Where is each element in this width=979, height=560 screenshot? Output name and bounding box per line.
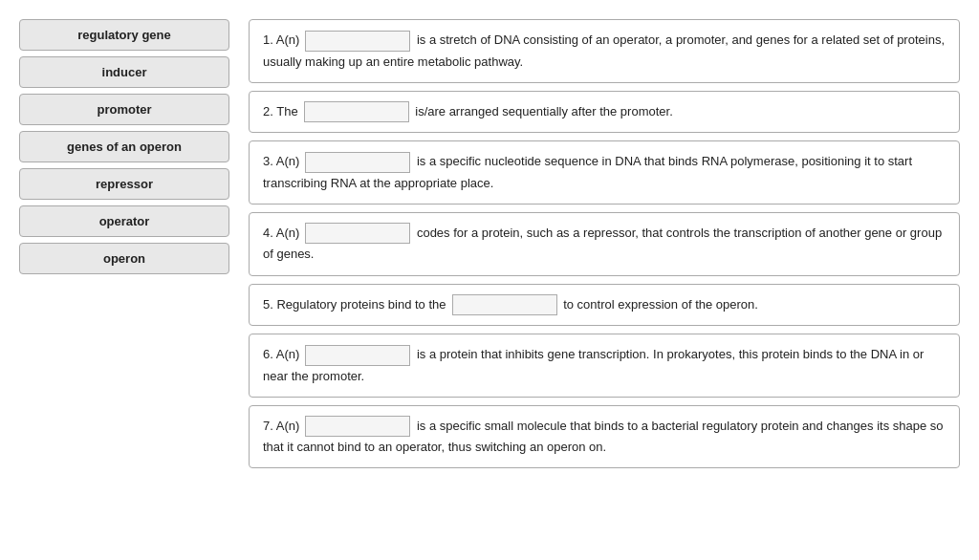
word-bank-item-regulatory-gene[interactable]: regulatory gene: [19, 19, 229, 51]
main-container: regulatory geneinducerpromotergenes of a…: [19, 19, 960, 468]
question-box-q6: 6. A(n) is a protein that inhibits gene …: [249, 334, 960, 398]
answer-input-q2[interactable]: [304, 101, 409, 122]
question-box-q2: 2. The is/are arranged sequentially afte…: [249, 91, 960, 134]
answer-input-q7[interactable]: [305, 416, 410, 437]
question-box-q4: 4. A(n) codes for a protein, such as a r…: [249, 212, 960, 276]
question-suffix-q2: is/are arranged sequentially after the p…: [412, 104, 673, 118]
answer-input-q3[interactable]: [305, 152, 410, 173]
word-bank-item-repressor[interactable]: repressor: [19, 168, 229, 200]
questions-container: 1. A(n) is a stretch of DNA consisting o…: [249, 19, 960, 468]
word-bank: regulatory geneinducerpromotergenes of a…: [19, 19, 229, 274]
question-box-q3: 3. A(n) is a specific nucleotide sequenc…: [249, 140, 960, 205]
question-box-q7: 7. A(n) is a specific small molecule tha…: [249, 405, 960, 469]
question-number-q5: 5. Regulatory proteins bind to the: [263, 297, 446, 312]
answer-input-q4[interactable]: [305, 223, 410, 244]
question-suffix-q5: to control expression of the operon.: [560, 297, 758, 312]
word-bank-item-inducer[interactable]: inducer: [19, 56, 229, 88]
question-number-q7: 7. A(n): [263, 419, 299, 433]
word-bank-item-operator[interactable]: operator: [19, 205, 229, 237]
answer-input-q6[interactable]: [305, 345, 410, 366]
word-bank-item-promoter[interactable]: promoter: [19, 94, 229, 125]
question-box-q1: 1. A(n) is a stretch of DNA consisting o…: [249, 19, 960, 83]
question-number-q1: 1. A(n): [263, 32, 299, 47]
question-number-q6: 6. A(n): [263, 347, 299, 361]
word-bank-item-operon[interactable]: operon: [19, 243, 229, 274]
question-number-q3: 3. A(n): [263, 154, 299, 168]
word-bank-item-genes-of-operon[interactable]: genes of an operon: [19, 131, 229, 162]
question-box-q5: 5. Regulatory proteins bind to the to co…: [249, 284, 960, 327]
question-number-q4: 4. A(n): [263, 226, 299, 240]
question-number-q2: 2. The: [263, 104, 298, 118]
answer-input-q5[interactable]: [452, 294, 557, 315]
answer-input-q1[interactable]: [305, 31, 410, 52]
